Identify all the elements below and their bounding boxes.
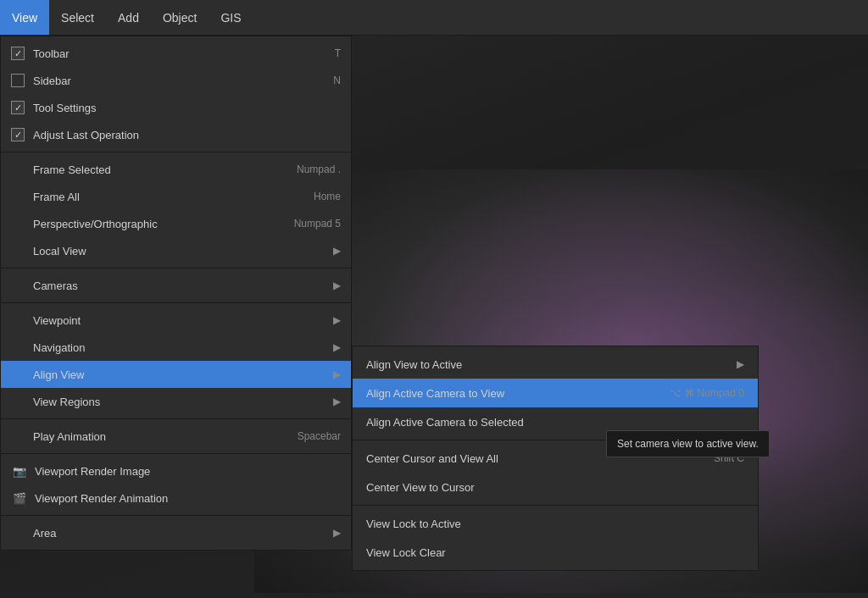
menu-label: Cameras — [33, 280, 326, 292]
menu-label: Play Animation — [33, 430, 281, 443]
menu-label: Navigation — [33, 341, 326, 354]
menu-divider-4 — [1, 152, 351, 152]
camera-icon: 📷 — [11, 462, 28, 479]
menu-checkbox-toolbar — [11, 47, 25, 60]
menu-divider-21 — [1, 515, 351, 516]
align-view-submenu: Align View to Active▶Align Active Camera… — [352, 346, 759, 571]
menu-shortcut: Numpad . — [297, 163, 341, 175]
menu-row-viewport-render-animation[interactable]: 🎬Viewport Render Animation — [1, 484, 351, 512]
submenu-label: Center View to Cursor — [366, 481, 744, 494]
menubar-item-select[interactable]: Select — [49, 0, 106, 35]
submenu-shortcut: ⌥ ⌘ Numpad 0 — [670, 387, 744, 399]
tooltip-box: Set camera view to active view. — [606, 430, 770, 457]
menu-divider-16 — [1, 418, 351, 419]
menu-row-viewpoint[interactable]: Viewpoint▶ — [1, 307, 351, 334]
menu-row-adjust-last-operation[interactable]: Adjust Last Operation — [1, 121, 351, 148]
menu-row-perspective/orthographic[interactable]: Perspective/OrthographicNumpad 5 — [1, 210, 351, 237]
menu-shortcut: N — [333, 75, 341, 86]
menu-row-play-animation[interactable]: Play AnimationSpacebar — [1, 423, 351, 450]
menu-label: Toolbar — [33, 47, 318, 60]
menu-label: View Regions — [33, 396, 326, 408]
menu-label: Frame Selected — [33, 163, 280, 176]
menu-shortcut: Home — [314, 191, 341, 202]
menu-divider-9 — [1, 268, 351, 269]
submenu-arrow-icon: ▶ — [333, 396, 341, 407]
menu-label: Viewport Render Animation — [35, 492, 341, 505]
menubar: ViewSelectAddObjectGIS — [0, 0, 868, 36]
menu-row-cameras[interactable]: Cameras▶ — [1, 272, 351, 299]
menu-checkbox-adjust-last-operation — [11, 128, 25, 141]
menu-row-align-view[interactable]: Align View▶ — [1, 361, 351, 388]
menu-row-view-regions[interactable]: View Regions▶ — [1, 388, 351, 415]
submenu-row-view-lock-to-active[interactable]: View Lock to Active — [353, 509, 758, 538]
menu-row-frame-selected[interactable]: Frame SelectedNumpad . — [1, 156, 351, 183]
menu-label: Frame All — [33, 191, 297, 203]
menu-label: Adjust Last Operation — [33, 129, 341, 141]
submenu-label: View Lock to Active — [366, 518, 744, 530]
tooltip-text: Set camera view to active view. — [617, 438, 759, 450]
menu-row-tool-settings[interactable]: Tool Settings — [1, 94, 351, 121]
submenu-arrow-icon: ▶ — [333, 280, 341, 291]
menu-row-navigation[interactable]: Navigation▶ — [1, 334, 351, 361]
submenu-row-align-active-camera-to-view[interactable]: Align Active Camera to View⌥ ⌘ Numpad 0 — [353, 379, 758, 407]
menubar-item-gis[interactable]: GIS — [209, 0, 253, 35]
submenu-label: Align View to Active — [366, 358, 730, 371]
menubar-item-add[interactable]: Add — [106, 0, 151, 35]
submenu-label: Align Active Camera to Selected — [366, 416, 744, 429]
menu-row-toolbar[interactable]: ToolbarT — [1, 40, 351, 67]
menubar-item-view[interactable]: View — [0, 0, 49, 35]
menubar-item-object[interactable]: Object — [151, 0, 209, 35]
submenu-row-align-view-to-active[interactable]: Align View to Active▶ — [353, 350, 758, 379]
menu-row-local-view[interactable]: Local View▶ — [1, 237, 351, 264]
menu-divider-11 — [1, 302, 351, 303]
menu-row-sidebar[interactable]: SidebarN — [1, 67, 351, 94]
menu-label: Perspective/Orthographic — [33, 218, 277, 230]
submenu-divider-6 — [353, 505, 758, 506]
menu-label: Local View — [33, 245, 326, 257]
menu-shortcut: Numpad 5 — [294, 218, 341, 230]
submenu-arrow-icon: ▶ — [333, 341, 341, 353]
menu-label: Align View — [33, 368, 326, 381]
menu-label: Viewport Render Image — [35, 465, 341, 478]
menu-checkbox-sidebar — [11, 74, 25, 87]
menu-shortcut: T — [335, 47, 341, 59]
menu-label: Viewpoint — [33, 314, 326, 327]
menu-label: Sidebar — [33, 75, 316, 87]
submenu-row-center-view-to-cursor[interactable]: Center View to Cursor — [353, 473, 758, 501]
submenu-arrow-icon: ▶ — [737, 358, 744, 370]
submenu-label: View Lock Clear — [366, 546, 744, 559]
menu-divider-18 — [1, 453, 351, 454]
menu-row-viewport-render-image[interactable]: 📷Viewport Render Image — [1, 457, 351, 484]
submenu-arrow-icon: ▶ — [333, 368, 341, 380]
submenu-arrow-icon: ▶ — [333, 245, 341, 257]
menu-row-frame-all[interactable]: Frame AllHome — [1, 183, 351, 210]
view-dropdown-menu: ToolbarTSidebarNTool SettingsAdjust Last… — [0, 36, 352, 551]
menu-row-area[interactable]: Area▶ — [1, 519, 351, 546]
menu-checkbox-tool-settings — [11, 101, 25, 114]
submenu-arrow-icon: ▶ — [333, 314, 341, 326]
submenu-label: Align Active Camera to View — [366, 387, 653, 400]
menu-label: Area — [33, 527, 326, 540]
video-icon: 🎬 — [11, 490, 28, 507]
submenu-row-view-lock-clear[interactable]: View Lock Clear — [353, 538, 758, 567]
submenu-arrow-icon: ▶ — [333, 527, 341, 539]
menu-shortcut: Spacebar — [298, 430, 341, 442]
menu-label: Tool Settings — [33, 102, 341, 114]
